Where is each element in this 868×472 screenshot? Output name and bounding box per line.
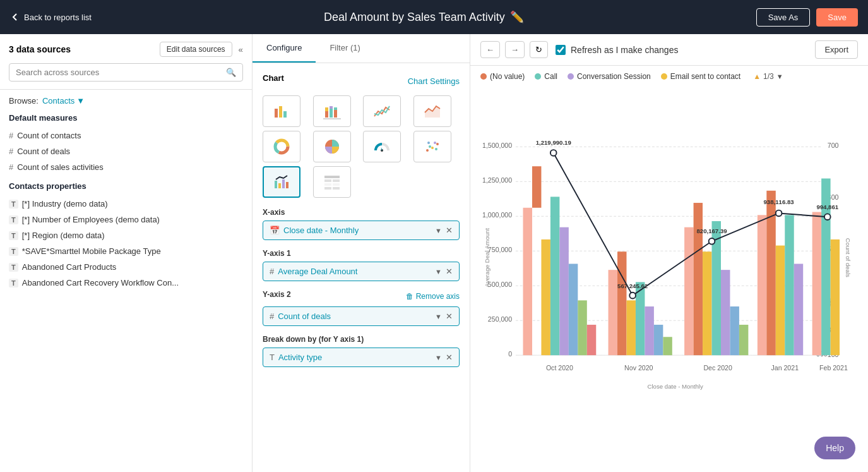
svg-rect-6 bbox=[330, 109, 333, 118]
type-badge: T bbox=[9, 279, 18, 287]
svg-point-23 bbox=[436, 143, 439, 145]
chart-type-combo[interactable] bbox=[263, 166, 300, 198]
edit-title-icon[interactable]: ✏️ bbox=[510, 10, 524, 24]
report-title: Deal Amount by Sales Team Activity bbox=[324, 11, 505, 24]
data-sources-row: 3 data sources Edit data sources « bbox=[9, 42, 243, 57]
refresh-button[interactable]: ↻ bbox=[530, 41, 548, 58]
yaxis2-section: Y-axis 2 🗑 Remove axis # Count of deals … bbox=[263, 290, 460, 326]
property-item[interactable]: T[*] Region (demo data) bbox=[9, 227, 243, 243]
browse-value: Contacts bbox=[42, 96, 74, 106]
measure-item[interactable]: #Count of contacts bbox=[9, 128, 243, 143]
xaxis-close-icon[interactable]: ✕ bbox=[446, 226, 453, 235]
svg-point-21 bbox=[431, 147, 434, 149]
svg-rect-8 bbox=[334, 110, 337, 118]
chart-type-table[interactable] bbox=[313, 166, 351, 198]
legend-label-email: Email sent to contact bbox=[670, 72, 740, 81]
chart-section-title: Chart bbox=[263, 73, 284, 83]
bar-segment bbox=[645, 306, 653, 355]
chart-type-gauge[interactable]: 1 bbox=[363, 131, 401, 162]
search-input[interactable] bbox=[16, 68, 223, 77]
yaxis2-close-icon[interactable]: ✕ bbox=[446, 312, 453, 321]
svg-rect-26 bbox=[275, 181, 277, 188]
svg-text:Nov 2020: Nov 2020 bbox=[624, 364, 653, 372]
property-item[interactable]: TAbandoned Cart Recovery Workflow Con... bbox=[9, 275, 243, 291]
undo-button[interactable]: ← bbox=[480, 41, 500, 58]
collapse-panel-button[interactable]: « bbox=[239, 45, 243, 54]
measure-item[interactable]: #Count of sales activities bbox=[9, 159, 243, 175]
legend-item-no-value: (No value) bbox=[480, 72, 525, 81]
redo-button[interactable]: → bbox=[505, 41, 525, 58]
yaxis1-label: Y-axis 1 bbox=[263, 249, 460, 258]
property-item[interactable]: T[*] Industry (demo data) bbox=[9, 196, 243, 212]
svg-rect-9 bbox=[334, 107, 337, 110]
chart-type-stacked-bar[interactable] bbox=[313, 95, 351, 127]
bar-segment bbox=[831, 239, 840, 355]
svg-text:0: 0 bbox=[508, 350, 512, 358]
chart-settings-link[interactable]: Chart Settings bbox=[408, 76, 460, 86]
save-as-button[interactable]: Save As bbox=[756, 8, 811, 27]
svg-rect-34 bbox=[333, 183, 340, 186]
search-box: 🔍 bbox=[9, 63, 243, 82]
tab-configure[interactable]: Configure bbox=[253, 34, 316, 63]
chart-type-line[interactable] bbox=[363, 95, 401, 127]
yaxis1-select[interactable]: # Average Deal Amount ▼ ✕ bbox=[263, 262, 460, 281]
legend-item-call: Call bbox=[535, 72, 557, 81]
edit-data-sources-button[interactable]: Edit data sources bbox=[160, 42, 232, 57]
chart-container: .axis-text { font-size: 11px; fill: #666… bbox=[480, 86, 858, 442]
refresh-checkbox[interactable] bbox=[556, 45, 566, 55]
bar-segment bbox=[694, 203, 703, 355]
properties-title: Contacts properties bbox=[9, 181, 243, 191]
svg-text:1,000,000: 1,000,000 bbox=[482, 211, 512, 219]
report-title-container: Deal Amount by Sales Team Activity ✏️ bbox=[324, 10, 524, 24]
hash-icon-y1: # bbox=[270, 267, 274, 276]
browse-select[interactable]: Contacts ▼ bbox=[42, 96, 85, 106]
right-toolbar: ← → ↻ Refresh as I make changes Export bbox=[470, 34, 868, 66]
property-item[interactable]: TAbandoned Cart Products bbox=[9, 259, 243, 275]
breakdown-select[interactable]: T Activity type ▼ ✕ bbox=[263, 348, 460, 367]
yaxis2-label: Y-axis 2 bbox=[263, 290, 291, 299]
export-button[interactable]: Export bbox=[815, 40, 858, 59]
xaxis-section: X-axis 📅 Close date - Monthly ▼ ✕ bbox=[263, 208, 460, 240]
bar-segment bbox=[578, 300, 586, 355]
help-button[interactable]: Help bbox=[814, 437, 855, 459]
tabs-row: Configure Filter (1) bbox=[253, 34, 470, 63]
chart-type-scatter[interactable] bbox=[413, 131, 451, 162]
property-item[interactable]: T*SAVE*Smarttel Mobile Package Type bbox=[9, 243, 243, 259]
page-indicator: ▲ 1/3 ▼ bbox=[753, 72, 783, 81]
legend-label-no-value: (No value) bbox=[490, 72, 525, 81]
chart-type-pie[interactable] bbox=[313, 131, 351, 162]
tab-filter[interactable]: Filter (1) bbox=[316, 34, 374, 63]
bar-segment bbox=[739, 325, 748, 355]
xaxis-select[interactable]: 📅 Close date - Monthly ▼ ✕ bbox=[263, 221, 460, 240]
remove-axis-button[interactable]: 🗑 Remove axis bbox=[406, 292, 460, 301]
legend-dot-conversation bbox=[568, 73, 574, 80]
data-sources-count: 3 data sources bbox=[9, 44, 71, 54]
chart-type-area[interactable] bbox=[413, 95, 451, 127]
save-button[interactable]: Save bbox=[816, 8, 858, 27]
back-button[interactable]: Back to reports list bbox=[10, 12, 92, 22]
svg-rect-2 bbox=[283, 111, 287, 118]
svg-point-22 bbox=[434, 142, 436, 144]
chart-type-donut[interactable] bbox=[263, 131, 300, 162]
chart-svg: .axis-text { font-size: 11px; fill: #666… bbox=[480, 86, 858, 442]
svg-point-20 bbox=[429, 145, 431, 148]
yaxis1-close-icon[interactable]: ✕ bbox=[446, 267, 453, 276]
legend-label-conversation: Conversation Session bbox=[577, 72, 651, 81]
main-layout: 3 data sources Edit data sources « 🔍 Bro… bbox=[0, 34, 868, 472]
yaxis2-select[interactable]: # Count of deals ▼ ✕ bbox=[263, 306, 460, 326]
yaxis2-value: Count of deals bbox=[278, 312, 435, 321]
type-badge: T bbox=[9, 263, 18, 272]
chart-type-bar[interactable] bbox=[263, 95, 300, 127]
bar-segment bbox=[703, 251, 711, 355]
type-badge: T bbox=[9, 215, 18, 224]
breakdown-close-icon[interactable]: ✕ bbox=[446, 353, 453, 362]
svg-point-25 bbox=[435, 148, 437, 150]
yaxis2-actions: ▼ ✕ bbox=[435, 312, 453, 321]
yaxis2-chevron-icon: ▼ bbox=[435, 313, 442, 320]
page-down-arrow[interactable]: ▼ bbox=[776, 73, 783, 80]
browse-label: Browse: bbox=[9, 96, 39, 106]
measure-item[interactable]: #Count of deals bbox=[9, 143, 243, 159]
svg-text:250,000: 250,000 bbox=[488, 315, 512, 323]
property-item[interactable]: T[*] Number of Employees (demo data) bbox=[9, 212, 243, 227]
svg-text:Feb 2021: Feb 2021 bbox=[819, 364, 848, 372]
